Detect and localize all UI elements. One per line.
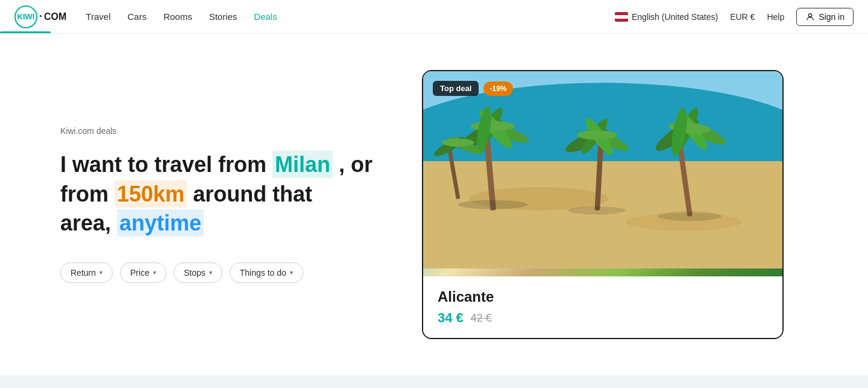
deal-image: Top deal -19% (423, 71, 782, 276)
kiwi-logo-circle: KIWI (14, 5, 37, 28)
kiwi-text: KIWI (17, 12, 35, 21)
nav-stories[interactable]: Stories (209, 11, 237, 22)
footer-banner: 🔔 Receive deals by email (0, 375, 868, 388)
svg-point-21 (652, 115, 702, 155)
svg-point-6 (626, 214, 741, 231)
chevron-down-icon: ▾ (153, 269, 156, 276)
nav-travel[interactable]: Travel (86, 11, 110, 22)
svg-point-31 (458, 200, 527, 209)
nav-cars[interactable]: Cars (127, 11, 146, 22)
destination-name: Alicante (438, 288, 768, 305)
filter-price[interactable]: Price ▾ (120, 262, 166, 283)
deal-badges: Top deal -19% (433, 81, 513, 96)
nav-links: Travel Cars Rooms Stories Deals (86, 11, 277, 22)
logo-dot: · (39, 10, 42, 23)
language-label: English (United States) (632, 12, 718, 22)
nav-active-underline (0, 31, 51, 33)
svg-point-19 (577, 130, 617, 139)
top-deal-badge: Top deal (433, 81, 479, 96)
headline-prefix: I want to travel from (60, 152, 266, 177)
filter-things-to-do[interactable]: Things to do ▾ (230, 262, 303, 283)
svg-point-22 (677, 115, 729, 148)
time-highlight[interactable]: anytime (117, 209, 204, 237)
chevron-down-icon: ▾ (99, 269, 102, 276)
svg-point-2 (423, 83, 782, 210)
svg-point-32 (568, 206, 626, 214)
svg-point-26 (668, 107, 690, 157)
language-selector[interactable]: English (United States) (615, 12, 718, 22)
svg-point-10 (473, 105, 506, 151)
price-original: 42 € (471, 312, 492, 325)
svg-rect-7 (484, 135, 496, 211)
svg-point-25 (668, 121, 711, 135)
left-panel: Kiwi.com deals I want to travel from Mil… (60, 126, 386, 283)
currency-selector[interactable]: EUR € (730, 12, 755, 22)
svg-point-8 (455, 116, 507, 154)
city-highlight[interactable]: Milan (272, 151, 333, 178)
headline: I want to travel from Milan , orfrom 150… (60, 150, 386, 238)
filter-return-label: Return (71, 268, 96, 278)
price-row: 34 € 42 € (438, 310, 768, 326)
svg-point-12 (471, 121, 515, 132)
svg-point-29 (447, 134, 483, 157)
svg-rect-1 (423, 71, 782, 269)
filter-things-label: Things to do (240, 268, 286, 278)
svg-point-33 (658, 212, 722, 221)
right-panel: Top deal -19% Alicante 34 € 42 € (422, 70, 784, 339)
svg-point-0 (809, 13, 812, 16)
account-icon (805, 12, 815, 22)
navbar-right: English (United States) EUR € Help Sign … (615, 8, 854, 26)
filters: Return ▾ Price ▾ Stops ▾ Things to do ▾ (60, 262, 386, 283)
beach-scene-svg (423, 71, 782, 269)
svg-rect-20 (676, 136, 693, 217)
logo-com: COM (44, 11, 66, 22)
svg-point-11 (475, 106, 516, 151)
radius-highlight[interactable]: 150km (115, 180, 187, 208)
sign-in-button[interactable]: Sign in (796, 8, 854, 26)
svg-point-18 (582, 115, 617, 158)
chevron-down-icon: ▾ (209, 269, 212, 276)
us-flag (615, 12, 628, 22)
navbar: KIWI · COM Travel Cars Rooms Stories Dea… (0, 0, 868, 34)
nav-deals[interactable]: Deals (254, 11, 277, 22)
filter-return[interactable]: Return ▾ (60, 262, 113, 283)
svg-point-9 (478, 118, 531, 147)
discount-badge: -19% (483, 81, 512, 96)
svg-point-16 (584, 124, 631, 154)
filter-stops-label: Stops (184, 268, 206, 278)
svg-point-28 (432, 134, 467, 159)
chevron-down-icon: ▾ (290, 269, 293, 276)
sign-in-label: Sign in (819, 12, 844, 22)
svg-point-17 (579, 116, 611, 156)
svg-point-24 (675, 107, 711, 153)
price-current: 34 € (438, 310, 464, 326)
filter-price-label: Price (130, 268, 149, 278)
svg-rect-14 (595, 141, 604, 211)
svg-point-13 (474, 106, 494, 156)
deal-card[interactable]: Top deal -19% Alicante 34 € 42 € (422, 70, 784, 339)
svg-rect-3 (423, 147, 782, 164)
svg-point-23 (671, 106, 702, 153)
main-content: Kiwi.com deals I want to travel from Mil… (0, 34, 868, 375)
nav-rooms[interactable]: Rooms (163, 11, 192, 22)
svg-point-30 (442, 139, 474, 147)
svg-rect-27 (447, 147, 461, 199)
filter-stops[interactable]: Stops ▾ (174, 262, 222, 283)
help-link[interactable]: Help (767, 12, 784, 22)
logo[interactable]: KIWI · COM (14, 5, 66, 28)
deal-info: Alicante 34 € 42 € (423, 276, 782, 338)
deals-label: Kiwi.com deals (60, 126, 386, 136)
svg-rect-4 (423, 161, 782, 269)
svg-point-5 (470, 187, 609, 210)
svg-point-15 (563, 126, 611, 157)
